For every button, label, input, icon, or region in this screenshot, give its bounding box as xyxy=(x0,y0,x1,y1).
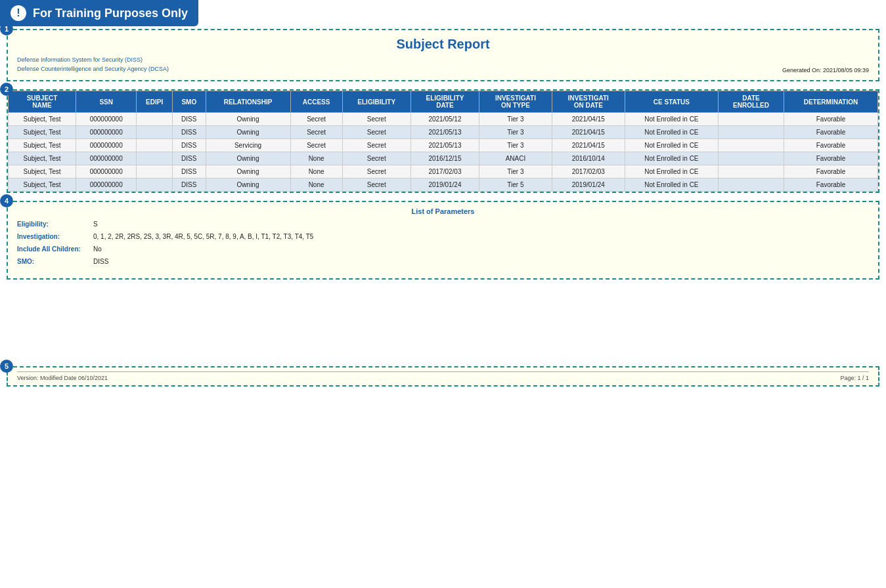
table-row: Subject, Test000000000DISSOwningSecretSe… xyxy=(9,126,878,139)
section-num-1: 1 xyxy=(0,22,13,35)
table-cell xyxy=(719,126,784,139)
col-header-access: ACCESS xyxy=(290,91,342,113)
table-cell: Subject, Test xyxy=(9,178,76,192)
org-info: Defense Information System for Security … xyxy=(17,56,169,74)
table-cell: 000000000 xyxy=(76,126,137,139)
table-cell xyxy=(137,178,173,192)
table-cell: Tier 3 xyxy=(479,113,552,126)
table-cell: 2017/02/03 xyxy=(410,165,479,178)
param-value: No xyxy=(93,245,102,253)
training-banner: ! For Training Purposes Only xyxy=(0,0,198,26)
table-cell: DISS xyxy=(173,126,206,139)
param-value: DISS xyxy=(93,258,108,265)
table-cell: Owning xyxy=(206,165,290,178)
table-cell: Subject, Test xyxy=(9,139,76,152)
table-cell: Secret xyxy=(342,152,410,165)
table-cell xyxy=(719,178,784,192)
table-cell: Not Enrolled in CE xyxy=(625,152,718,165)
banner-text: For Training Purposes Only xyxy=(33,7,188,20)
col-header-ssn: SSN xyxy=(76,91,137,113)
table-cell: 000000000 xyxy=(76,139,137,152)
table-cell: 2021/05/13 xyxy=(410,139,479,152)
table-cell: ANACI xyxy=(479,152,552,165)
table-cell: Tier 3 xyxy=(479,165,552,178)
section-parameters: List of Parameters Eligibility:SInvestig… xyxy=(7,201,879,280)
table-cell xyxy=(137,113,173,126)
table-cell: DISS xyxy=(173,165,206,178)
table-cell: Subject, Test xyxy=(9,165,76,178)
table-cell: Secret xyxy=(290,113,342,126)
table-cell: 2021/05/13 xyxy=(410,126,479,139)
col-header-subject-name: SUBJECTNAME xyxy=(9,91,76,113)
table-cell: None xyxy=(290,152,342,165)
table-cell: 000000000 xyxy=(76,113,137,126)
table-cell: Owning xyxy=(206,178,290,192)
param-label: Eligibility: xyxy=(17,220,89,228)
report-title: Subject Report xyxy=(396,37,489,52)
table-cell xyxy=(137,139,173,152)
footer-version: Version: Modified Date 06/10/2021 xyxy=(17,375,108,381)
exclamation-icon: ! xyxy=(11,5,26,21)
params-title: List of Parameters xyxy=(17,207,869,215)
table-cell: DISS xyxy=(173,152,206,165)
param-label: SMO: xyxy=(17,258,89,265)
table-cell: 2017/02/03 xyxy=(552,165,625,178)
generated-on: Generated On: 2021/08/05 09:39 xyxy=(782,67,869,74)
table-cell: Secret xyxy=(290,139,342,152)
table-cell: Favorable xyxy=(784,139,877,152)
table-cell: Favorable xyxy=(784,152,877,165)
table-cell: Subject, Test xyxy=(9,113,76,126)
footer-page: Page: 1 / 1 xyxy=(840,375,869,381)
table-cell: Not Enrolled in CE xyxy=(625,165,718,178)
table-cell: Tier 5 xyxy=(479,178,552,192)
table-cell: Favorable xyxy=(784,165,877,178)
col-header-investigation-type: INVESTIGATION TYPE xyxy=(479,91,552,113)
col-header-eligibility-date: ELIGIBILITYDATE xyxy=(410,91,479,113)
table-cell: Secret xyxy=(290,126,342,139)
table-cell: Secret xyxy=(342,126,410,139)
col-header-ce-status: CE STATUS xyxy=(625,91,718,113)
section-num-2: 2 xyxy=(0,83,13,96)
table-cell: None xyxy=(290,165,342,178)
param-row: Eligibility:S xyxy=(17,220,869,228)
table-cell: 2021/04/15 xyxy=(552,126,625,139)
table-cell: None xyxy=(290,178,342,192)
table-cell: 000000000 xyxy=(76,152,137,165)
table-cell: Owning xyxy=(206,113,290,126)
col-header-relationship: RELATIONSHIP xyxy=(206,91,290,113)
col-header-determination: DETERMINATION xyxy=(784,91,877,113)
table-cell: Not Enrolled in CE xyxy=(625,113,718,126)
col-header-edipi: EDIPI xyxy=(137,91,173,113)
table-cell: Secret xyxy=(342,178,410,192)
table-cell: 2021/04/15 xyxy=(552,139,625,152)
table-cell xyxy=(719,139,784,152)
table-row: Subject, Test000000000DISSOwningNoneSecr… xyxy=(9,178,878,192)
table-cell: Subject, Test xyxy=(9,126,76,139)
table-row: Subject, Test000000000DISSServicingSecre… xyxy=(9,139,878,152)
table-cell: 2021/04/15 xyxy=(552,113,625,126)
table-cell: Tier 3 xyxy=(479,139,552,152)
param-row: Investigation:0, 1, 2, 2R, 2RS, 2S, 3, 3… xyxy=(17,233,869,240)
table-cell: Secret xyxy=(342,139,410,152)
table-cell: Favorable xyxy=(784,126,877,139)
table-cell: DISS xyxy=(173,178,206,192)
param-row: SMO:DISS xyxy=(17,258,869,265)
param-value: 0, 1, 2, 2R, 2RS, 2S, 3, 3R, 4R, 5, 5C, … xyxy=(93,233,313,240)
table-cell xyxy=(137,165,173,178)
table-cell xyxy=(719,152,784,165)
table-cell: 2019/01/24 xyxy=(552,178,625,192)
col-header-eligibility: ELIGIBILITY xyxy=(342,91,410,113)
table-row: Subject, Test000000000DISSOwningSecretSe… xyxy=(9,113,878,126)
table-cell: Not Enrolled in CE xyxy=(625,139,718,152)
table-cell: 000000000 xyxy=(76,165,137,178)
table-cell: Not Enrolled in CE xyxy=(625,178,718,192)
main-table: SUBJECTNAME SSN EDIPI SMO RELATIONSHIP A… xyxy=(8,91,878,192)
table-cell: Favorable xyxy=(784,178,877,192)
table-cell: 2021/05/12 xyxy=(410,113,479,126)
table-cell: Subject, Test xyxy=(9,152,76,165)
table-cell: 2016/12/15 xyxy=(410,152,479,165)
table-row: Subject, Test000000000DISSOwningNoneSecr… xyxy=(9,152,878,165)
col-header-smo: SMO xyxy=(173,91,206,113)
table-cell: DISS xyxy=(173,139,206,152)
param-label: Investigation: xyxy=(17,233,89,240)
